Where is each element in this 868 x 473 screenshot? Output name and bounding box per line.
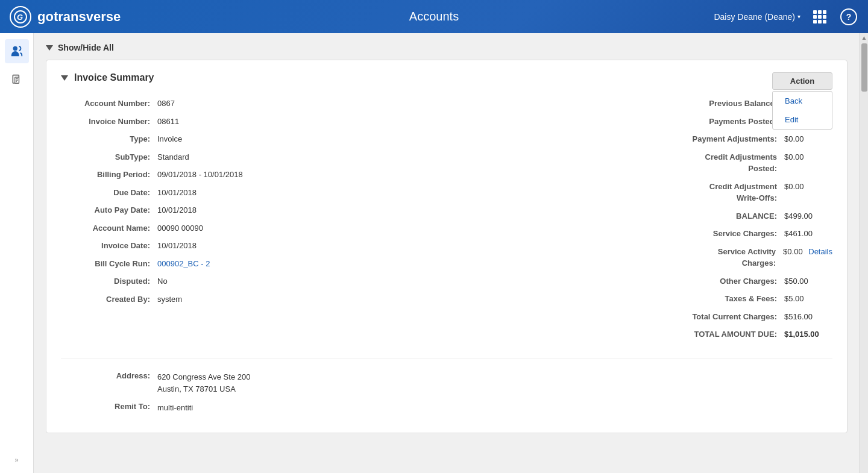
- sidebar: »: [0, 33, 34, 473]
- auto-pay-date-label: Auto Pay Date:: [61, 204, 157, 216]
- field-balance: BALANCE: $499.00: [459, 210, 832, 222]
- header-right: Daisy Deane (Deane) ▾ ?: [714, 7, 858, 27]
- svg-text:G: G: [17, 13, 23, 22]
- subtype-value: Standard: [157, 151, 189, 163]
- users-icon: [10, 45, 24, 58]
- apps-icon[interactable]: [810, 7, 829, 27]
- credit-adjustment-writeoffs-label: Credit AdjustmentWrite-Offs:: [664, 181, 784, 204]
- payment-adjustments-label: Payment Adjustments:: [664, 133, 784, 145]
- help-icon: ?: [840, 8, 857, 25]
- field-account-name: Account Name: 00090 00090: [61, 222, 435, 234]
- help-button[interactable]: ?: [839, 7, 858, 27]
- field-credit-adjustment-writeoffs: Credit AdjustmentWrite-Offs: $0.00: [459, 181, 832, 204]
- details-link[interactable]: Details: [807, 247, 832, 256]
- invoice-card: Invoice Summary Action Back Edit Account…: [46, 60, 848, 433]
- show-hide-label: Show/Hide All: [58, 43, 114, 52]
- logo-text: gotransverse: [37, 9, 121, 25]
- edit-menu-item[interactable]: Edit: [773, 110, 832, 129]
- credit-adjustments-posted-value: $0.00: [784, 151, 832, 163]
- other-charges-label: Other Charges:: [664, 275, 784, 287]
- service-charges-value: $461.00: [784, 228, 832, 240]
- address-section: Address: 620 Congress Ave Ste 200 Austin…: [61, 359, 832, 415]
- total-amount-due-label: TOTAL AMOUNT DUE:: [664, 328, 784, 340]
- disputed-value: No: [157, 275, 168, 287]
- payments-posted-label: Payments Posted:: [664, 116, 784, 128]
- credit-adjustments-posted-label: Credit AdjustmentsPosted:: [664, 151, 784, 175]
- field-remit-to: Remit To: multi-entiti: [61, 402, 832, 415]
- field-created-by: Created By: system: [61, 293, 435, 305]
- field-bill-cycle-run: Bill Cycle Run: 000902_BC - 2: [61, 258, 435, 270]
- user-name: Daisy Deane (Deane): [714, 12, 795, 22]
- address-line1: 620 Congress Ave Ste 200: [157, 372, 250, 381]
- scroll-thumb[interactable]: [861, 43, 867, 92]
- invoice-number-value: 08611: [157, 116, 179, 128]
- expand-label: »: [14, 456, 18, 463]
- action-button[interactable]: Action: [772, 72, 832, 90]
- sidebar-item-docs[interactable]: [5, 68, 29, 92]
- taxes-fees-label: Taxes & Fees:: [664, 293, 784, 305]
- field-disputed: Disputed: No: [61, 275, 435, 287]
- field-account-number: Account Number: 0867: [61, 98, 435, 110]
- field-other-charges: Other Charges: $50.00: [459, 275, 832, 287]
- right-fields: Previous Balance: $499.00 Payments Poste…: [459, 98, 832, 346]
- field-type: Type: Invoice: [61, 133, 435, 145]
- svg-point-2: [13, 46, 17, 51]
- due-date-label: Due Date:: [61, 187, 157, 199]
- total-amount-due-value: $1,015.00: [784, 328, 832, 340]
- created-by-value: system: [157, 293, 182, 305]
- account-name-value: 00090 00090: [157, 222, 203, 234]
- page-title: Accounts: [409, 10, 459, 23]
- remit-to-label: Remit To:: [61, 402, 157, 411]
- address-line2: Austin, TX 78701 USA: [157, 384, 236, 393]
- created-by-label: Created By:: [61, 293, 157, 305]
- total-current-charges-value: $516.00: [784, 311, 832, 323]
- account-number-label: Account Number:: [61, 98, 157, 110]
- remit-to-value: multi-entiti: [157, 402, 193, 415]
- invoice-date-label: Invoice Date:: [61, 240, 157, 252]
- main-content: Show/Hide All Invoice Summary Action Bac…: [34, 33, 860, 473]
- field-subtype: SubType: Standard: [61, 151, 435, 163]
- app-layout: » Show/Hide All Invoice Summary Action B…: [0, 33, 868, 473]
- field-billing-period: Billing Period: 09/01/2018 - 10/01/2018: [61, 169, 435, 181]
- invoice-collapse-icon[interactable]: [61, 75, 68, 81]
- other-charges-value: $50.00: [784, 275, 832, 287]
- service-charges-label: Service Charges:: [664, 228, 784, 240]
- field-total-amount-due: TOTAL AMOUNT DUE: $1,015.00: [459, 328, 832, 340]
- field-service-charges: Service Charges: $461.00: [459, 228, 832, 240]
- field-address: Address: 620 Congress Ave Ste 200 Austin…: [61, 371, 832, 396]
- total-current-charges-label: Total Current Charges:: [664, 311, 784, 323]
- sidebar-item-users[interactable]: [5, 39, 29, 63]
- billing-period-value: 09/01/2018 - 10/01/2018: [157, 169, 243, 181]
- collapse-icon: [46, 45, 53, 51]
- invoice-header: Invoice Summary: [61, 72, 832, 83]
- account-number-value: 0867: [157, 98, 175, 110]
- show-hide-bar[interactable]: Show/Hide All: [46, 43, 848, 52]
- type-value: Invoice: [157, 133, 182, 145]
- invoice-number-label: Invoice Number:: [61, 116, 157, 128]
- user-menu[interactable]: Daisy Deane (Deane) ▾: [714, 12, 800, 22]
- address-label: Address:: [61, 371, 157, 380]
- grid-dots: [813, 10, 826, 23]
- billing-period-label: Billing Period:: [61, 169, 157, 181]
- type-label: Type:: [61, 133, 157, 145]
- payment-adjustments-value: $0.00: [784, 133, 832, 145]
- credit-adjustment-writeoffs-value: $0.00: [784, 181, 832, 193]
- service-activity-charges-label: Service ActivityCharges:: [662, 246, 783, 269]
- field-taxes-fees: Taxes & Fees: $5.00: [459, 293, 832, 305]
- app-header: G gotransverse Accounts Daisy Deane (Dea…: [0, 0, 868, 33]
- due-date-value: 10/01/2018: [157, 187, 197, 199]
- logo-icon: G: [10, 6, 31, 28]
- auto-pay-date-value: 10/01/2018: [157, 204, 197, 216]
- sidebar-expand-button[interactable]: »: [14, 456, 18, 463]
- invoice-title: Invoice Summary: [74, 72, 154, 83]
- scroll-up-arrow[interactable]: ▲: [861, 34, 867, 41]
- balance-label: BALANCE:: [664, 210, 784, 222]
- bill-cycle-run-value[interactable]: 000902_BC - 2: [157, 258, 210, 270]
- service-activity-charges-value: $0.00 Details: [783, 246, 832, 258]
- logo[interactable]: G gotransverse: [10, 6, 121, 28]
- previous-balance-label: Previous Balance:: [664, 98, 784, 110]
- field-due-date: Due Date: 10/01/2018: [61, 187, 435, 199]
- taxes-fees-value: $5.00: [784, 293, 832, 305]
- back-menu-item[interactable]: Back: [773, 92, 832, 110]
- scrollbar[interactable]: ▲: [860, 33, 868, 473]
